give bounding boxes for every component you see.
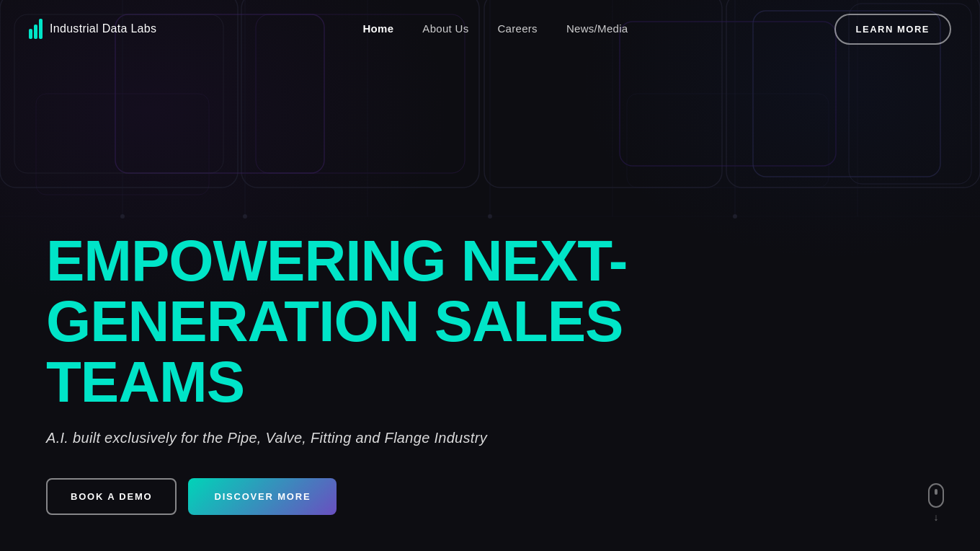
nav-link-news[interactable]: News/Media: [566, 22, 628, 35]
nav-link-careers[interactable]: Careers: [497, 22, 537, 35]
discover-more-button[interactable]: DISCOVER MORE: [188, 478, 337, 515]
hero-title: EMPOWERING NEXT-GENERATION SALES TEAMS: [46, 231, 695, 413]
logo-bar-2: [34, 25, 37, 39]
scroll-dot: [935, 489, 937, 495]
nav-item-news[interactable]: News/Media: [566, 22, 628, 35]
logo-bar-3: [39, 19, 43, 39]
svg-point-20: [488, 214, 492, 219]
scroll-mouse-icon: [928, 483, 944, 508]
nav-link-home[interactable]: Home: [362, 22, 393, 35]
hero-subtitle: A.I. built exclusively for the Pipe, Val…: [46, 430, 695, 446]
hero-section: EMPOWERING NEXT-GENERATION SALES TEAMS A…: [46, 231, 695, 515]
logo[interactable]: Industrial Data Labs: [29, 19, 156, 39]
hero-title-line2: TEAMS: [46, 350, 244, 414]
nav-item-home[interactable]: Home: [362, 22, 393, 35]
logo-bar-1: [29, 29, 32, 39]
nav-item-careers[interactable]: Careers: [497, 22, 537, 35]
logo-text-content: Industrial Data Labs: [50, 22, 156, 35]
hero-title-line1: EMPOWERING NEXT-GENERATION SALES: [46, 229, 627, 353]
scroll-arrow-icon: ↓: [934, 512, 939, 522]
book-demo-button[interactable]: BOOK A DEMO: [46, 478, 177, 515]
navbar: Industrial Data Labs Home About Us Caree…: [0, 0, 980, 58]
nav-links: Home About Us Careers News/Media: [362, 22, 628, 35]
svg-point-21: [733, 214, 737, 219]
svg-point-19: [243, 214, 247, 219]
svg-rect-23: [627, 94, 829, 188]
nav-item-about[interactable]: About Us: [422, 22, 468, 35]
scroll-indicator: ↓: [928, 483, 944, 522]
learn-more-button[interactable]: LEARN MORE: [834, 14, 951, 45]
nav-link-about[interactable]: About Us: [422, 22, 468, 35]
logo-text: Industrial Data Labs: [50, 22, 156, 35]
hero-buttons: BOOK A DEMO DISCOVER MORE: [46, 478, 695, 515]
logo-icon: [29, 19, 43, 39]
svg-point-18: [120, 214, 125, 219]
